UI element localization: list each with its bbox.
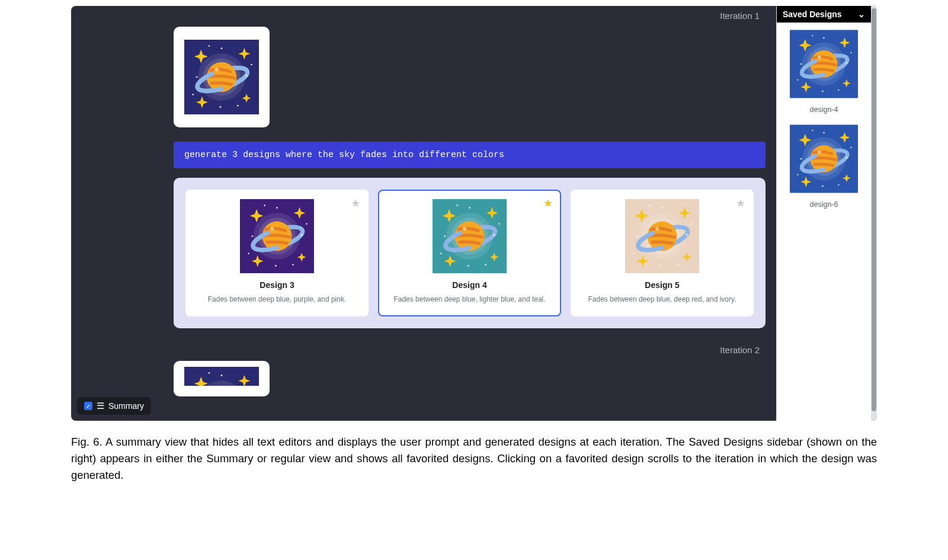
design-card-5[interactable]: ★ Design 5 Fades between deep blue, deep… (571, 190, 754, 316)
star-icon[interactable]: ★ (736, 197, 745, 210)
design-desc: Fades between deep blue, deep red, and i… (580, 295, 744, 305)
planet-icon (433, 199, 507, 273)
list-icon: ☰ (97, 401, 104, 411)
initial-design-thumbnail-2[interactable] (174, 361, 270, 396)
iteration-1-body: generate 3 designs where the sky fades i… (82, 27, 766, 328)
sidebar-header[interactable]: Saved Designs ⌄ (777, 6, 871, 23)
planet-icon (184, 367, 259, 386)
design-title: Design 5 (580, 280, 744, 290)
sidebar-title: Saved Designs (783, 9, 842, 19)
design-title: Design 4 (387, 280, 552, 290)
saved-thumbnail (790, 28, 858, 100)
planet-icon (790, 28, 858, 100)
design-desc: Fades between deep blue, lighter blue, a… (387, 295, 552, 305)
design-card-3[interactable]: ★ Design 3 Fades between deep blue, purp… (185, 190, 369, 316)
sidebar-body: design-4 design-6 (777, 23, 871, 224)
saved-label: design-6 (783, 200, 865, 209)
design-title: Design 3 (195, 280, 359, 290)
summary-toggle[interactable]: ✓ ☰ Summary (77, 397, 151, 415)
saved-label: design-4 (783, 105, 865, 114)
saved-designs-sidebar: Saved Designs ⌄ design-4 (776, 6, 871, 421)
main-area: Iteration 1 generate 3 designs where the… (71, 6, 776, 421)
iteration-label-2: Iteration 2 (82, 345, 766, 355)
designs-panel: ★ Design 3 Fades between deep blue, purp… (174, 178, 766, 328)
figure-caption: Fig. 6. A summary view that hides all te… (71, 421, 877, 483)
design-desc: Fades between deep blue, purple, and pin… (195, 295, 359, 305)
planet-icon (184, 37, 259, 117)
scrollbar-track[interactable] (871, 6, 877, 421)
scrollbar-thumb[interactable] (872, 8, 876, 411)
initial-design-thumbnail[interactable] (174, 27, 270, 127)
planet-icon (790, 123, 858, 194)
caption-text: A summary view that hides all text edito… (71, 436, 877, 481)
design-card-4[interactable]: ★ Design 4 Fades between deep blue, ligh… (378, 190, 561, 316)
check-icon: ✓ (84, 402, 92, 410)
design-thumbnail (625, 199, 699, 273)
app-frame: Iteration 1 generate 3 designs where the… (71, 6, 877, 421)
design-thumbnail (433, 199, 507, 273)
planet-icon (240, 199, 314, 273)
saved-design-item[interactable]: design-4 (783, 28, 865, 114)
summary-label: Summary (108, 401, 144, 411)
design-thumbnail (240, 199, 314, 273)
planet-icon (625, 199, 699, 273)
prompt-bar: generate 3 designs where the sky fades i… (174, 142, 766, 168)
iteration-label-1: Iteration 1 (82, 11, 766, 21)
star-icon[interactable]: ★ (543, 197, 553, 210)
saved-thumbnail (790, 123, 858, 194)
caption-prefix: Fig. 6. (71, 436, 103, 448)
saved-design-item[interactable]: design-6 (783, 123, 865, 209)
chevron-down-icon: ⌄ (858, 9, 865, 19)
iteration-2-area: Iteration 2 (82, 345, 766, 396)
star-icon[interactable]: ★ (351, 197, 360, 210)
